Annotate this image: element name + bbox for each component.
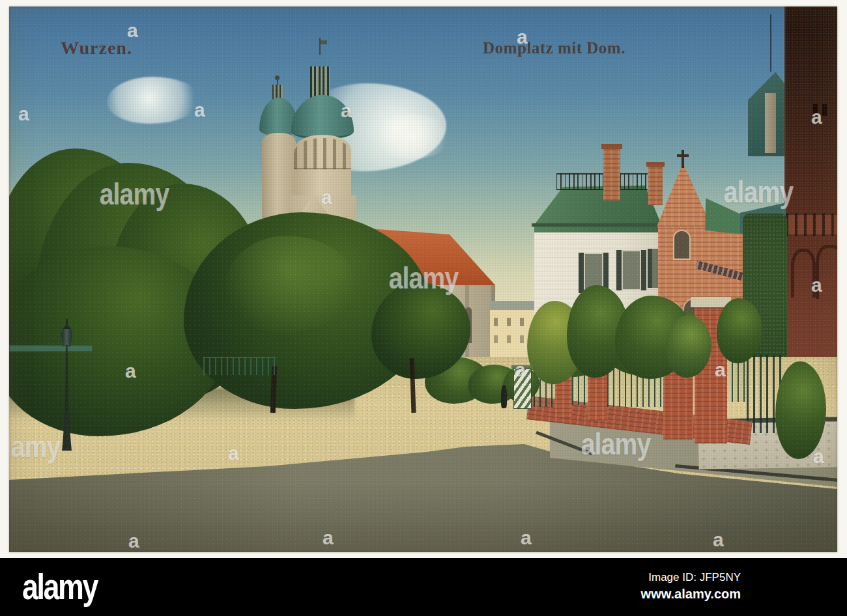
pedestrian — [501, 385, 507, 408]
caption-town: Wurzen. — [61, 38, 132, 59]
left-park-fence — [9, 345, 93, 352]
villa-chimney — [648, 165, 663, 205]
villa-chimney-cap — [646, 162, 665, 167]
villa-eaves — [532, 223, 663, 227]
park-fence-segment — [203, 357, 276, 375]
villa-roof-railing — [556, 173, 648, 190]
distant-house-windows — [494, 318, 533, 326]
image-id-text: Image ID: JFP5NY — [648, 571, 741, 584]
caption-title: Domplatz mit Dom. — [483, 39, 625, 57]
gable-cross — [682, 150, 684, 168]
window-slit — [813, 104, 818, 116]
alamy-footer-bar: alamy Image ID: JFP5NY www.alamy.com — [0, 558, 847, 616]
villa-chimney — [603, 147, 620, 201]
dormer-finial-pole — [770, 14, 771, 72]
alamy-url-text: www.alamy.com — [641, 587, 741, 602]
front-tower-flag — [321, 40, 327, 44]
villa-window — [616, 250, 646, 290]
corbel-arch — [816, 245, 837, 299]
window-slit — [822, 104, 827, 116]
lamp-lantern — [61, 329, 72, 346]
postcard-photo: Wurzen. Domplatz mit Dom. alamy alamy al… — [9, 7, 837, 552]
front-tower-arcade — [294, 138, 351, 169]
sentry-box — [513, 369, 532, 409]
villa-chimney-cap — [601, 144, 622, 149]
gable-house-window — [674, 231, 689, 259]
alamy-logo: alamy — [22, 565, 97, 608]
front-tower-lantern — [310, 66, 330, 99]
gable-cross — [677, 154, 689, 157]
rear-tower-finial-ball — [275, 76, 280, 80]
corbel-band — [786, 214, 837, 236]
corbel-arch — [791, 249, 816, 298]
dormer-stone-stack — [765, 93, 776, 153]
